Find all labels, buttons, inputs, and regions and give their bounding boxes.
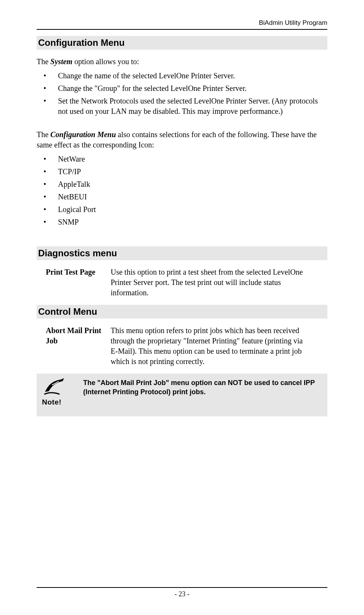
footer-rule (37, 587, 327, 588)
pen-icon (42, 377, 69, 397)
header-rule (37, 29, 327, 30)
footer: - 23 - (37, 587, 327, 598)
control-desc: This menu option refers to print jobs wh… (111, 325, 327, 367)
config-para2-pre: The (37, 130, 50, 139)
config-bullets-1: Change the name of the selected LevelOne… (37, 71, 327, 117)
list-item: SNMP (37, 217, 327, 227)
page-number: - 23 - (37, 590, 327, 598)
list-item: NetBEUI (37, 192, 327, 202)
diag-def-row: Print Test Page Use this option to print… (37, 267, 327, 298)
diag-heading: Diagnostics menu (37, 246, 327, 260)
config-intro-pre: The (37, 57, 50, 66)
config-heading: Configuration Menu (37, 36, 327, 50)
diag-term: Print Test Page (46, 267, 111, 298)
config-intro: The System option allows you to: (37, 57, 327, 67)
control-heading: Control Menu (37, 305, 327, 319)
note-box: Note! The "Abort Mail Print Job" menu op… (37, 374, 327, 416)
list-item: AppleTalk (37, 179, 327, 189)
note-text: The "Abort Mail Print Job" menu option c… (83, 377, 322, 397)
config-para2: The Configuration Menu also contains sel… (37, 129, 327, 150)
list-item: Logical Port (37, 204, 327, 215)
list-item: TCP/IP (37, 167, 327, 177)
config-bullets-2: NetWare TCP/IP AppleTalk NetBEUI Logical… (37, 154, 327, 227)
note-label: Note! (42, 398, 83, 406)
list-item: Change the name of the selected LevelOne… (37, 71, 327, 81)
note-icon-col: Note! (42, 377, 83, 406)
list-item: Set the Network Protocols used the selec… (37, 96, 327, 117)
control-def-row: Abort Mail Print Job This menu option re… (37, 325, 327, 367)
config-para2-emph: Configuration Menu (50, 130, 116, 139)
diag-desc: Use this option to print a test sheet fr… (111, 267, 327, 298)
config-intro-post: option allows you to: (72, 57, 139, 66)
header-right-text: BiAdmin Utility Program (37, 19, 327, 27)
control-term: Abort Mail Print Job (46, 325, 111, 367)
list-item: Change the "Group" for the selected Leve… (37, 83, 327, 94)
list-item: NetWare (37, 154, 327, 164)
config-intro-emph: System (50, 57, 72, 66)
